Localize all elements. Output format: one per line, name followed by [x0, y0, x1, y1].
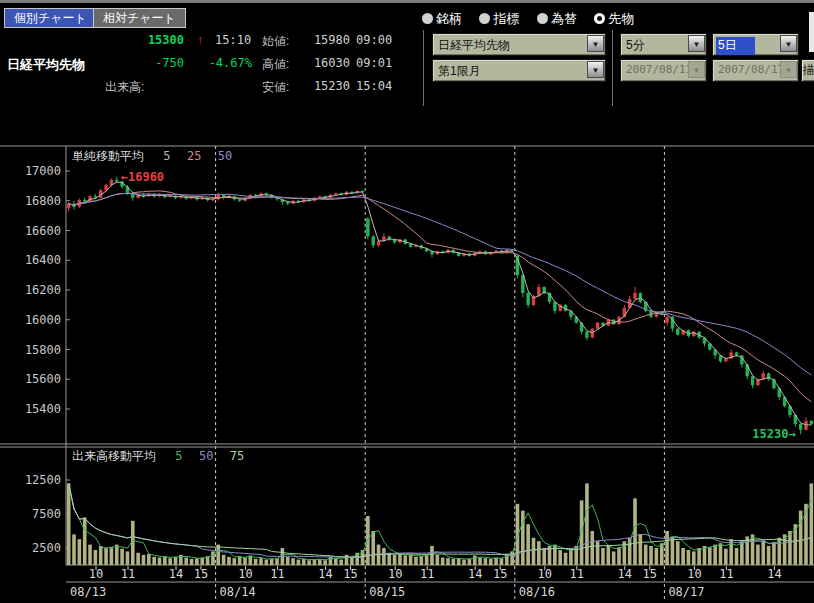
svg-text:11: 11 [121, 567, 135, 581]
price-annotation: ←16960 [121, 170, 164, 184]
interval-select-value: 5分 [626, 37, 645, 54]
annotations: ←1696015230→ [121, 170, 796, 441]
svg-text:08/16: 08/16 [519, 585, 555, 599]
window-edge-artifact [809, 12, 814, 52]
high-time: 09:01 [356, 56, 392, 70]
svg-text:16000: 16000 [25, 313, 61, 327]
volume-ma-period-50: 50 [199, 449, 213, 463]
radio-index[interactable]: 指標 [479, 10, 519, 28]
radio-futures-label: 先物 [608, 11, 634, 26]
svg-text:15800: 15800 [25, 343, 61, 357]
svg-text:15: 15 [194, 567, 208, 581]
divider [612, 30, 613, 106]
contract-month-value: 第1限月 [438, 63, 481, 80]
svg-text:10: 10 [89, 567, 103, 581]
svg-text:14: 14 [468, 567, 482, 581]
svg-text:11: 11 [719, 567, 733, 581]
tab-individual-chart[interactable]: 個別チャート [4, 8, 97, 28]
up-arrow-icon: ↑ [197, 33, 203, 47]
svg-text:16600: 16600 [25, 224, 61, 238]
price-ma-legend: 単純移動平均 5 25 50 [72, 148, 245, 165]
radio-stock[interactable]: 銘柄 [422, 10, 462, 28]
change-value: -750 [128, 56, 184, 70]
svg-text:14: 14 [618, 567, 632, 581]
dropdown-arrow-icon[interactable]: ▼ [587, 61, 604, 78]
svg-text:12500: 12500 [25, 473, 61, 487]
high-label: 高値: [262, 56, 289, 73]
svg-text:08/14: 08/14 [220, 585, 256, 599]
price-y-axis: 1700016800166001640016200160001580015600… [25, 164, 70, 416]
volume-label: 出来高: [105, 79, 144, 96]
svg-text:15600: 15600 [25, 372, 61, 386]
dropdown-arrow-icon[interactable]: ▼ [780, 35, 797, 52]
radio-icon [479, 13, 490, 24]
open-value: 15980 [305, 33, 350, 47]
radio-fx[interactable]: 為替 [537, 10, 577, 28]
dropdown-arrow-icon[interactable]: ▼ [688, 35, 705, 52]
category-radio-group: 銘柄 指標 為替 先物 [422, 9, 647, 28]
price-annotation: 15230→ [752, 427, 795, 441]
radio-selected-icon [594, 13, 605, 24]
open-label: 始値: [262, 33, 289, 50]
instrument-select[interactable]: 日経平均先物 ▼ [432, 33, 606, 56]
svg-text:10: 10 [687, 567, 701, 581]
date-to-value: 2007/08/17 [718, 63, 784, 76]
candles [67, 177, 813, 434]
radio-icon [537, 13, 548, 24]
svg-text:11: 11 [270, 567, 284, 581]
price-ma-period-50: 50 [218, 149, 232, 163]
volume-ma-legend: 出来高移動平均 5 50 75 [72, 448, 257, 465]
open-time: 09:00 [356, 33, 392, 47]
instrument-name: 日経平均先物 [7, 56, 85, 74]
svg-text:14: 14 [767, 567, 781, 581]
date-from-select: 2007/08/11 ▼ [620, 59, 707, 82]
svg-text:16800: 16800 [25, 194, 61, 208]
draw-button[interactable]: 描 [801, 59, 814, 82]
svg-text:08/17: 08/17 [668, 585, 704, 599]
chart-app: 個別チャート 相対チャート 15300 ↑ 15:10 始値: 15980 09… [0, 0, 814, 603]
svg-text:2500: 2500 [32, 541, 61, 555]
volume-ma-label: 出来高移動平均 [72, 449, 156, 463]
high-value: 16030 [305, 56, 350, 70]
date-from-value: 2007/08/11 [626, 63, 692, 76]
svg-text:10: 10 [238, 567, 252, 581]
radio-stock-label: 銘柄 [436, 11, 462, 26]
day-separators [216, 146, 665, 600]
radio-futures[interactable]: 先物 [594, 10, 634, 28]
radio-icon [422, 13, 433, 24]
svg-text:15: 15 [643, 567, 657, 581]
price-ma-lines [69, 182, 812, 425]
svg-text:16200: 16200 [25, 283, 61, 297]
svg-text:08/13: 08/13 [70, 585, 106, 599]
svg-text:10: 10 [538, 567, 552, 581]
price-volume-chart: 1700016800166001640016200160001580015600… [0, 144, 814, 603]
radio-index-label: 指標 [493, 11, 519, 26]
svg-text:15400: 15400 [25, 402, 61, 416]
dropdown-arrow-icon[interactable]: ▼ [587, 35, 604, 52]
change-percent: -4.67% [196, 56, 252, 70]
low-label: 安値: [262, 79, 289, 96]
svg-text:16400: 16400 [25, 253, 61, 267]
divider [423, 30, 424, 106]
svg-text:15: 15 [493, 567, 507, 581]
low-value: 15230 [305, 79, 350, 93]
last-trade-time: 15:10 [215, 33, 251, 47]
tab-relative-chart[interactable]: 相対チャート [93, 8, 186, 28]
dropdown-arrow-icon: ▼ [688, 61, 705, 78]
instrument-select-value: 日経平均先物 [438, 37, 510, 54]
svg-text:15: 15 [343, 567, 357, 581]
date-to-select: 2007/08/17 ▼ [712, 59, 799, 82]
range-select[interactable]: 5日 ▼ [712, 33, 799, 56]
price-ma-period-5: 5 [163, 149, 170, 163]
svg-text:10: 10 [388, 567, 402, 581]
volume-y-axis: 1250075002500 [25, 473, 70, 555]
interval-select[interactable]: 5分 ▼ [620, 33, 707, 56]
price-ma-label: 単純移動平均 [72, 149, 144, 163]
radio-fx-label: 為替 [551, 11, 577, 26]
range-select-value: 5日 [716, 37, 755, 55]
svg-text:11: 11 [570, 567, 584, 581]
window-top-edge [0, 0, 814, 3]
svg-text:7500: 7500 [32, 507, 61, 521]
contract-month-select[interactable]: 第1限月 ▼ [432, 59, 606, 82]
svg-text:14: 14 [169, 567, 183, 581]
